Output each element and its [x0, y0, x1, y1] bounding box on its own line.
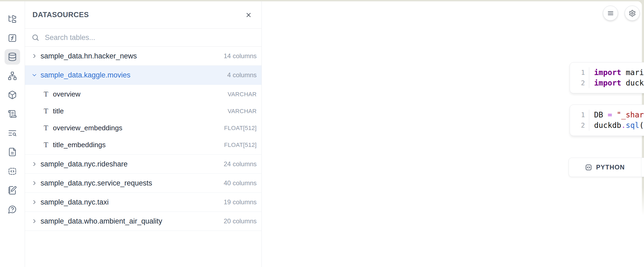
column-type: FLOAT[512]	[224, 125, 257, 132]
column-row[interactable]: T title VARCHAR	[25, 103, 261, 120]
column-name: title	[53, 107, 228, 115]
chevron-right-icon	[31, 161, 37, 167]
rail-button-snippets[interactable]	[5, 164, 20, 179]
table-columns-count: 20 columns	[224, 217, 257, 225]
notebook-filename: ./motherduck.py	[570, 35, 644, 43]
activity-bar	[0, 1, 25, 267]
table-name: sample_data.nyc.service_requests	[41, 179, 224, 187]
code-cell-attach[interactable]: 12 DB = "_share/sample_data/23b0d623-136…	[570, 105, 644, 136]
rail-button-database[interactable]	[5, 49, 20, 65]
rail-button-package[interactable]	[5, 87, 20, 103]
rail-button-document[interactable]	[5, 144, 20, 160]
table-name: sample_data.kaggle.movies	[41, 71, 227, 79]
chevron-right-icon	[31, 53, 37, 59]
table-columns-count: 19 columns	[224, 198, 257, 206]
rail-button-function[interactable]	[5, 30, 20, 46]
code-line: import duckdb	[594, 78, 644, 88]
add-markdown-button[interactable]: MARKDOWN	[641, 158, 644, 177]
rail-button-sitemap[interactable]	[5, 68, 20, 84]
rail-button-scroll[interactable]	[5, 106, 20, 122]
table-row[interactable]: sample_data.nyc.taxi 19 columns	[25, 193, 261, 212]
document-icon	[8, 147, 17, 157]
code-line: import marimo as mo	[594, 67, 644, 78]
table-columns-count: 40 columns	[224, 179, 257, 187]
menu-button[interactable]	[603, 6, 618, 21]
code-editor[interactable]: import marimo as moimport duckdb	[589, 67, 644, 88]
column-type: VARCHAR	[228, 108, 257, 115]
database-icon	[8, 52, 17, 61]
rail-button-file-tree[interactable]	[5, 11, 20, 27]
code-line: DB = "_share/sample_data/23b0d623-1361-4…	[594, 110, 644, 120]
column-name: overview_embeddings	[53, 124, 224, 132]
chevron-down-icon	[31, 72, 37, 78]
rail-button-list-search[interactable]	[5, 125, 20, 141]
datasources-panel: DATASOURCES sample_data.hn.hacker_news 1…	[25, 1, 262, 267]
scroll-icon	[8, 109, 17, 118]
table-list: sample_data.hn.hacker_news 14 columns sa…	[25, 47, 261, 231]
line-numbers: 12	[570, 67, 589, 88]
text-type-icon: T	[44, 141, 53, 149]
column-row[interactable]: T overview_embeddings FLOAT[512]	[25, 120, 261, 136]
table-name: sample_data.nyc.taxi	[41, 198, 224, 206]
chevron-right-icon	[31, 180, 37, 186]
table-columns-count: 14 columns	[224, 52, 257, 60]
add-python-button[interactable]: PYTHON	[569, 158, 641, 177]
file-tree-icon	[8, 14, 17, 24]
table-row[interactable]: sample_data.nyc.rideshare 24 columns	[25, 155, 261, 174]
column-name: title_embeddings	[53, 141, 224, 149]
code-line: duckdb.sql(f"ATTACH 'md:{DB}' AS sample_…	[594, 120, 644, 131]
column-row[interactable]: T overview VARCHAR	[25, 86, 261, 103]
table-name: sample_data.who.ambient_air_quality	[41, 217, 224, 225]
function-icon	[8, 34, 17, 43]
column-group: T overview VARCHAR T title VARCHAR T ove…	[25, 85, 261, 155]
search-input[interactable]	[44, 33, 255, 42]
python-cell-icon	[585, 164, 592, 171]
table-name: sample_data.hn.hacker_news	[41, 52, 224, 60]
notebook-area: ./motherduck.py 12 import marimo as moim…	[262, 1, 642, 267]
datasources-header: DATASOURCES	[25, 1, 261, 29]
settings-button[interactable]	[625, 6, 640, 21]
table-search	[25, 29, 261, 47]
table-row[interactable]: sample_data.kaggle.movies 4 columns	[25, 66, 261, 85]
snippets-icon	[8, 167, 17, 176]
table-row[interactable]: sample_data.nyc.service_requests 40 colu…	[25, 174, 261, 193]
column-row[interactable]: T title_embeddings FLOAT[512]	[25, 136, 261, 153]
line-numbers: 12	[570, 110, 589, 131]
code-cell-imports[interactable]: 12 import marimo as moimport duckdb	[570, 62, 644, 93]
table-columns-count: 4 columns	[227, 71, 257, 79]
table-row[interactable]: sample_data.who.ambient_air_quality 20 c…	[25, 212, 261, 231]
text-type-icon: T	[44, 107, 53, 115]
list-search-icon	[8, 128, 17, 138]
chevron-right-icon	[31, 199, 37, 205]
window-edge	[642, 188, 644, 267]
table-columns-count: 24 columns	[224, 160, 257, 168]
add-button-label: PYTHON	[596, 164, 625, 171]
search-icon	[31, 34, 39, 42]
column-name: overview	[53, 90, 228, 98]
code-editor[interactable]: DB = "_share/sample_data/23b0d623-1361-4…	[589, 110, 644, 131]
column-type: VARCHAR	[228, 91, 257, 98]
panel-title: DATASOURCES	[32, 11, 243, 19]
table-name: sample_data.nyc.rideshare	[41, 160, 224, 168]
table-row[interactable]: sample_data.hn.hacker_news 14 columns	[25, 47, 261, 66]
add-cell-bar: PYTHON MARKDOWN SQL GENERATE WITH AI	[569, 158, 644, 177]
rail-button-help[interactable]	[5, 202, 20, 217]
close-panel-button[interactable]	[243, 9, 254, 21]
notebook-icon	[8, 186, 17, 195]
text-type-icon: T	[44, 90, 53, 98]
help-icon	[8, 205, 17, 214]
text-type-icon: T	[44, 124, 53, 132]
package-icon	[8, 90, 17, 99]
rail-button-notebook[interactable]	[5, 183, 20, 198]
column-type: FLOAT[512]	[224, 142, 257, 149]
sitemap-icon	[8, 71, 17, 80]
chevron-right-icon	[31, 218, 37, 224]
